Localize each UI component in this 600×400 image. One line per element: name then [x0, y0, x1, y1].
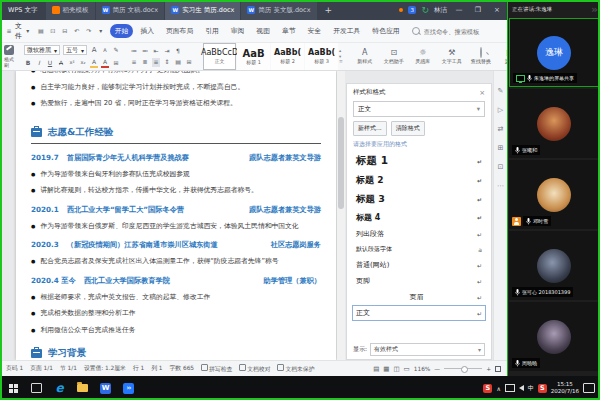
edge-taskbar-button[interactable]: e — [48, 376, 71, 400]
sogou-icon[interactable]: S — [483, 384, 492, 393]
align-center-icon[interactable]: ≣ — [141, 58, 149, 67]
style-item-heading3[interactable]: 标题 3↵ — [352, 190, 486, 209]
navigation-pane-icon[interactable]: ⊞ — [498, 144, 504, 152]
new-style-button[interactable]: 新样式... — [353, 121, 387, 136]
tab-document-2-active[interactable]: W 实习生 简历.docx — [165, 0, 240, 20]
zoom-in-button[interactable]: + — [486, 366, 491, 372]
undo-icon[interactable]: ↶ — [73, 27, 81, 36]
text-tools-button[interactable]: ⚒ 文字工具 — [440, 49, 464, 64]
strikethrough-button[interactable]: A — [57, 58, 65, 67]
style-item-heading2[interactable]: 标题 2↵ — [352, 171, 486, 190]
new-style-button[interactable]: A 新样式 — [353, 49, 377, 64]
styles-panel-close-icon[interactable]: × — [479, 89, 485, 97]
ribbon-tab-special-features[interactable]: 特色应用 — [367, 24, 404, 38]
style-item-default-font[interactable]: 默认段落字体a — [352, 242, 486, 257]
paragraph-mark-icon[interactable]: ¶ — [174, 47, 182, 56]
tab-document-1[interactable]: W 简历 文稿.docx — [96, 0, 165, 20]
protect-status[interactable]: 文档未保护 — [277, 364, 314, 374]
volume-icon[interactable] — [519, 385, 524, 391]
qat-more-icon[interactable]: ▾ — [97, 27, 105, 36]
zoom-value[interactable]: 116% — [414, 366, 431, 372]
command-search[interactable] — [412, 27, 504, 36]
participant-tile-sharing[interactable]: 逸琳 朱逸琳的屏幕共享 — [509, 18, 599, 87]
more-tools-icon[interactable]: ⋯ — [497, 182, 504, 190]
edit-pen-icon[interactable]: ✎ — [498, 87, 504, 95]
number-list-icon[interactable]: ≕ — [141, 47, 149, 56]
font-color-button[interactable]: A — [101, 57, 109, 68]
hidden-icons-chevron[interactable]: ∧ — [496, 385, 500, 392]
meeting-taskbar-button[interactable]: ›› — [117, 376, 140, 400]
unread-badge[interactable]: 3 — [408, 6, 417, 14]
print-icon[interactable]: ⊟ — [61, 27, 69, 36]
tab-docer-template[interactable]: 稻壳模板 — [46, 0, 95, 20]
file-menu[interactable]: ≡ 文件 ▾ — [5, 21, 32, 41]
spellcheck-button[interactable]: 拼写检查 — [201, 364, 232, 374]
scrollbar-thumb[interactable] — [338, 117, 344, 209]
shading-icon[interactable]: ▤ — [174, 58, 182, 67]
line-spacing-icon[interactable]: ⇕ — [163, 58, 171, 67]
zoom-out-button[interactable]: — — [434, 366, 440, 372]
sogou-ime-icon[interactable]: S — [538, 384, 547, 393]
ribbon-tab-page-layout[interactable]: 页面布局 — [161, 24, 198, 38]
style-item-normal-web[interactable]: 普通(网站)↵ — [352, 257, 486, 273]
view-mode-web-icon[interactable]: ▦ — [383, 365, 389, 373]
close-button[interactable]: × — [490, 0, 504, 20]
grow-font-icon[interactable]: A — [90, 46, 98, 55]
style-item-heading1[interactable]: 标题 1↵ — [352, 151, 486, 171]
zoom-slider-thumb[interactable] — [461, 366, 468, 373]
participant-tile[interactable]: 邓时雪 — [509, 160, 599, 229]
borders-icon[interactable]: ⊞ — [185, 58, 193, 67]
highlight-color-button[interactable]: A — [90, 57, 98, 68]
participant-tile[interactable]: 张可心 2018301399 — [509, 231, 599, 300]
view-mode-fullscreen-icon[interactable]: ▭ — [404, 365, 410, 373]
proofread-button[interactable]: 文档校对 — [239, 364, 270, 374]
format-painter-button[interactable]: 格式刷 — [4, 45, 14, 68]
underline-button[interactable]: U — [46, 58, 54, 67]
style-item-list-paragraph[interactable]: 列出段落↵ — [352, 226, 486, 242]
ribbon-tab-home[interactable]: 开始 — [110, 24, 134, 38]
font-size-select[interactable]: 五号▾ — [63, 45, 87, 55]
character-shading-icon[interactable]: ⊞ — [112, 58, 120, 67]
ribbon-tab-insert[interactable]: 插入 — [135, 24, 159, 38]
align-justify-icon[interactable]: ≡ — [152, 58, 160, 67]
user-name[interactable]: 林洁 — [434, 6, 447, 15]
view-mode-page-icon[interactable]: ▤ — [373, 365, 379, 373]
wps-taskbar-button[interactable]: W — [94, 376, 117, 400]
tab-document-3[interactable]: W 简历 英文版.docx — [241, 0, 316, 20]
task-view-button[interactable] — [25, 376, 48, 400]
bullet-list-icon[interactable]: ≔ — [130, 47, 138, 56]
superscript-button[interactable]: x² — [68, 58, 76, 67]
ribbon-tab-references[interactable]: 引用 — [200, 24, 224, 38]
style-gallery-item-heading3[interactable]: AaBb( 标题 3 — [305, 43, 338, 70]
export-icon[interactable]: ⊡ — [49, 27, 57, 36]
maximize-button[interactable]: ❐ — [471, 0, 485, 20]
share-panel-icon[interactable]: ⇄ — [498, 125, 504, 133]
inspiration-button[interactable]: ☼ 灵感库 — [411, 49, 435, 64]
font-family-select[interactable]: 微软雅黑▾ — [24, 45, 60, 55]
find-replace-button[interactable]: 查找替换 — [469, 49, 493, 64]
participant-tile[interactable]: 周旸旸 — [509, 302, 599, 371]
style-gallery-item-heading1[interactable]: AaB 标题 1 — [237, 43, 270, 70]
ribbon-tab-security[interactable]: 安全 — [303, 24, 327, 38]
ime-language-icon[interactable]: 中 — [528, 384, 534, 393]
display-icon[interactable] — [505, 384, 515, 392]
ribbon-tab-section[interactable]: 章节 — [277, 24, 301, 38]
show-styles-dropdown[interactable]: 有效样式▾ — [370, 343, 485, 356]
action-center-icon[interactable] — [583, 383, 595, 393]
start-button[interactable] — [2, 376, 25, 400]
explorer-taskbar-button[interactable] — [71, 376, 94, 400]
style-item-footer[interactable]: 页脚↵ — [352, 273, 486, 289]
redo-icon[interactable]: ↷ — [85, 27, 93, 36]
zoom-slider[interactable] — [444, 368, 482, 369]
ribbon-tab-developer[interactable]: 开发工具 — [328, 24, 365, 38]
current-style-dropdown[interactable]: 正文▾ — [353, 101, 485, 117]
bold-button[interactable]: B — [24, 58, 32, 67]
fit-page-icon[interactable] — [495, 366, 501, 372]
ribbon-tab-review[interactable]: 审阅 — [226, 24, 250, 38]
save-icon[interactable]: ▤ — [37, 27, 45, 36]
shrink-font-icon[interactable]: A — [101, 46, 109, 55]
minimize-button[interactable]: — — [452, 0, 466, 20]
document-scrollbar[interactable] — [337, 71, 345, 360]
taskbar-clock[interactable]: 15:15 2020/7/16 — [551, 381, 579, 395]
participant-tile[interactable]: 张曦和 — [509, 89, 599, 158]
